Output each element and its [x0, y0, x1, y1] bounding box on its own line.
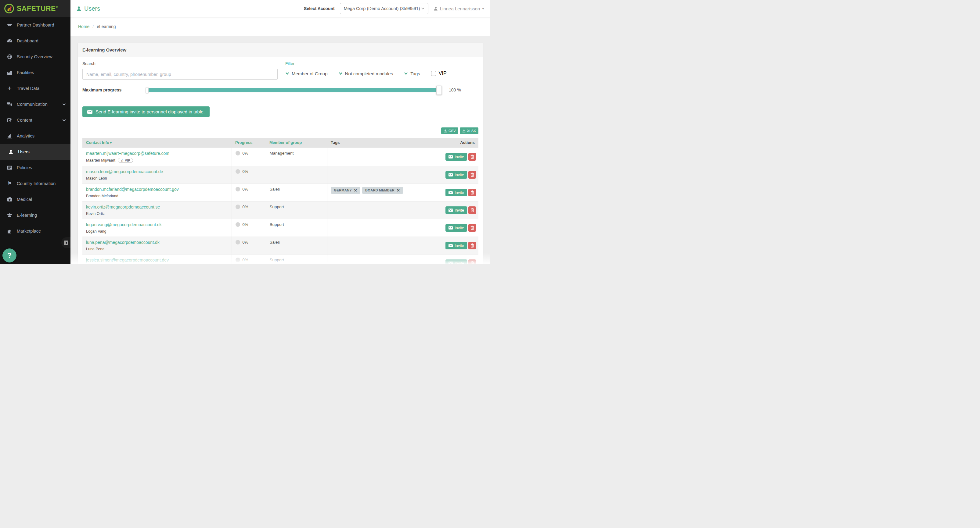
sidebar-item-communication[interactable]: Communication [0, 96, 70, 112]
column-header-contact-info[interactable]: Contact Info▾ [83, 138, 232, 147]
actions-cell: Invite [429, 236, 479, 254]
user-email-link[interactable]: logan.vang@megacorpdemoaccount.dk [86, 222, 162, 227]
sidebar-item-users[interactable]: Users [0, 144, 70, 160]
slider-min-handle[interactable] [146, 87, 149, 93]
sidebar-item-label: Policies [17, 165, 32, 170]
column-header-member-of-group: Member of group [266, 138, 327, 147]
delete-button[interactable] [468, 224, 476, 231]
globe-icon [6, 54, 13, 59]
tag-badge: BOARD MEMBER✕ [362, 187, 403, 194]
user-menu[interactable]: Linnea Lennartsson ▾ [434, 6, 484, 11]
user-email-link[interactable]: luna.pena@megacorpdemoaccount.dk [86, 240, 159, 245]
user-name: Brandon Mcfarland [86, 194, 118, 198]
progress-slider[interactable] [146, 88, 439, 92]
download-icon [444, 129, 447, 133]
table-row: jessica.simon@megacorpdemoaccount.devJes… [83, 254, 479, 264]
slider-max-handle[interactable] [436, 86, 442, 95]
trash-icon [471, 173, 474, 177]
progress-value: 0% [243, 187, 248, 192]
progress-cell: 0% [232, 166, 266, 184]
safeture-logo-icon [4, 3, 14, 14]
remove-tag-icon[interactable]: ✕ [354, 189, 357, 192]
sidebar-collapse-button[interactable]: ◀ [61, 237, 70, 248]
search-input[interactable] [83, 69, 278, 79]
user-email-link[interactable]: jessica.simon@megacorpdemoaccount.dev [86, 258, 169, 262]
sidebar-item-medical[interactable]: Medical [0, 192, 70, 207]
filter-item-label: Member of Group [292, 71, 328, 76]
max-progress-value: 100 % [449, 87, 461, 92]
invite-button[interactable]: Invite [445, 206, 467, 214]
divider [83, 100, 479, 100]
filter-not-completed-modules[interactable]: Not completed modules [339, 71, 393, 76]
trash-icon [471, 261, 474, 264]
vip-badge: ☆VIP [118, 158, 133, 163]
sidebar-item-e-learning[interactable]: E-learning [0, 207, 70, 223]
filter-row: Member of Group Not completed modules Ta… [285, 71, 479, 76]
trash-icon [471, 208, 474, 212]
name-line: Logan Vang [86, 229, 228, 233]
sidebar: Partner DashboardDashboardSecurity Overv… [0, 17, 70, 264]
sidebar-item-label: Facilities [17, 70, 34, 75]
filter-tags[interactable]: Tags [404, 71, 420, 76]
invite-button[interactable]: Invite [445, 189, 467, 196]
sidebar-item-facilities[interactable]: Facilities [0, 65, 70, 81]
invite-button[interactable]: Invite [445, 242, 467, 249]
card-title: E-learning Overview [78, 43, 483, 57]
remove-tag-icon[interactable]: ✕ [397, 189, 400, 192]
actions-cell: Invite [429, 201, 479, 219]
sidebar-item-country-information[interactable]: ⚑Country Information [0, 176, 70, 192]
tags-cell [327, 147, 429, 166]
sidebar-item-security-overview[interactable]: Security Overview [0, 49, 70, 65]
sidebar-item-label: Travel Data [17, 86, 39, 91]
envelope-icon [449, 244, 453, 247]
download-icon [462, 129, 466, 133]
envelope-icon [87, 110, 92, 114]
progress-value: 0% [243, 169, 248, 174]
progress-value: 0% [243, 222, 248, 227]
sidebar-item-partner-dashboard[interactable]: Partner Dashboard [0, 17, 70, 33]
member-group-cell [266, 166, 327, 184]
delete-button[interactable] [468, 171, 476, 179]
sidebar-item-analytics[interactable]: Analytics [0, 128, 70, 144]
delete-button[interactable] [468, 259, 476, 264]
progress-value: 0% [243, 205, 248, 209]
delete-button[interactable] [468, 153, 476, 161]
sidebar-item-policies[interactable]: Policies [0, 160, 70, 176]
user-email-link[interactable]: mason.leon@megacorpdemoaccount.de [86, 169, 163, 174]
chevron-down-icon [62, 119, 66, 122]
contact-cell: kevin.ortiz@megacorpdemoaccount.seKevin … [83, 201, 232, 219]
trash-icon [471, 155, 474, 159]
topbar: SAFETURE® Users Select Account Mega Corp… [0, 0, 490, 17]
tags-cell [327, 219, 429, 236]
vip-checkbox[interactable] [431, 71, 436, 76]
delete-button[interactable] [468, 242, 476, 249]
sidebar-item-travel-data[interactable]: ✈Travel Data [0, 81, 70, 96]
breadcrumb-home-link[interactable]: Home [78, 24, 89, 29]
user-email-link[interactable]: kevin.ortiz@megacorpdemoaccount.se [86, 205, 160, 209]
chevron-down-icon [404, 72, 408, 75]
delete-button[interactable] [468, 189, 476, 196]
user-email-link[interactable]: brandon.mcfarland@megacorpdemoaccount.go… [86, 187, 179, 192]
plane-icon: ✈ [6, 86, 13, 91]
sidebar-item-content[interactable]: Content [0, 112, 70, 128]
sidebar-item-marketplace[interactable]: Marketplace [0, 223, 70, 239]
filter-member-of-group[interactable]: Member of Group [285, 71, 328, 76]
invite-button[interactable]: Invite [445, 224, 467, 231]
invite-button[interactable]: Invite [445, 259, 467, 264]
envelope-icon [449, 262, 453, 264]
help-button[interactable]: ? [2, 249, 16, 262]
export-csv-button[interactable]: CSV [441, 127, 458, 134]
sidebar-item-label: Security Overview [17, 54, 52, 59]
export-xlsx-button[interactable]: XLSX [460, 127, 479, 134]
invite-button[interactable]: Invite [445, 171, 467, 179]
progress-value: 0% [243, 258, 248, 262]
user-email-link[interactable]: maarten.mijwaart+megacorp@safeture.com [86, 151, 169, 156]
user-name: Kevin Ortiz [86, 212, 105, 216]
account-select[interactable]: Mega Corp (Demo Account) (3598591) [340, 3, 428, 14]
brand-logo: SAFETURE® [0, 0, 70, 17]
delete-button[interactable] [468, 206, 476, 214]
invite-button[interactable]: Invite [445, 153, 467, 161]
factory-icon [6, 70, 13, 75]
sidebar-item-dashboard[interactable]: Dashboard [0, 33, 70, 49]
send-invite-button[interactable]: Send E-learning invite to personnel disp… [83, 106, 210, 117]
